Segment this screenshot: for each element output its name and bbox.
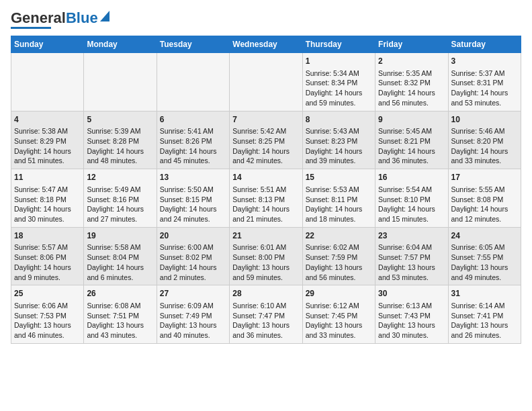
day-info: Sunrise: 6:14 AM Sunset: 7:41 PM Dayligh… [451, 301, 518, 340]
week-row-4: 18Sunrise: 5:57 AM Sunset: 8:06 PM Dayli… [11, 227, 521, 285]
day-number: 11 [14, 172, 81, 183]
calendar-cell: 25Sunrise: 6:06 AM Sunset: 7:53 PM Dayli… [11, 285, 84, 344]
day-info: Sunrise: 5:38 AM Sunset: 8:29 PM Dayligh… [14, 126, 81, 166]
day-number: 23 [378, 230, 445, 242]
day-info: Sunrise: 6:10 AM Sunset: 7:47 PM Dayligh… [232, 301, 299, 340]
calendar-cell: 12Sunrise: 5:49 AM Sunset: 8:16 PM Dayli… [84, 169, 157, 228]
week-row-3: 11Sunrise: 5:47 AM Sunset: 8:18 PM Dayli… [11, 169, 521, 228]
day-number: 8 [306, 114, 372, 126]
day-number: 31 [451, 288, 518, 300]
calendar-cell: 27Sunrise: 6:09 AM Sunset: 7:49 PM Dayli… [157, 285, 229, 344]
header-cell-saturday: Saturday [448, 36, 521, 53]
day-number: 19 [87, 230, 153, 242]
calendar-cell [84, 53, 157, 111]
week-row-2: 4Sunrise: 5:38 AM Sunset: 8:29 PM Daylig… [11, 111, 521, 169]
logo-text: GeneralBlue [11, 11, 98, 26]
calendar-cell: 15Sunrise: 5:53 AM Sunset: 8:11 PM Dayli… [302, 169, 375, 228]
calendar-cell: 28Sunrise: 6:10 AM Sunset: 7:47 PM Dayli… [230, 285, 302, 344]
day-info: Sunrise: 5:43 AM Sunset: 8:23 PM Dayligh… [306, 126, 372, 166]
day-info: Sunrise: 6:00 AM Sunset: 8:02 PM Dayligh… [160, 242, 226, 282]
header-cell-tuesday: Tuesday [157, 36, 229, 53]
day-info: Sunrise: 5:51 AM Sunset: 8:13 PM Dayligh… [232, 185, 299, 224]
day-number: 20 [160, 230, 226, 242]
logo: GeneralBlue [11, 11, 109, 29]
header-cell-wednesday: Wednesday [230, 36, 302, 53]
day-info: Sunrise: 5:42 AM Sunset: 8:25 PM Dayligh… [232, 126, 299, 166]
day-number: 17 [451, 172, 518, 183]
day-number: 2 [378, 56, 445, 67]
day-info: Sunrise: 5:49 AM Sunset: 8:16 PM Dayligh… [87, 185, 153, 224]
calendar-cell: 24Sunrise: 6:05 AM Sunset: 7:55 PM Dayli… [448, 227, 521, 285]
calendar-cell: 29Sunrise: 6:12 AM Sunset: 7:45 PM Dayli… [302, 285, 375, 344]
calendar-cell: 16Sunrise: 5:54 AM Sunset: 8:10 PM Dayli… [375, 169, 448, 228]
calendar-cell: 19Sunrise: 5:58 AM Sunset: 8:04 PM Dayli… [84, 227, 157, 285]
day-info: Sunrise: 5:54 AM Sunset: 8:10 PM Dayligh… [378, 185, 445, 224]
svg-marker-0 [100, 11, 109, 21]
day-info: Sunrise: 5:35 AM Sunset: 8:32 PM Dayligh… [378, 68, 445, 108]
day-info: Sunrise: 5:53 AM Sunset: 8:11 PM Dayligh… [306, 185, 372, 224]
day-info: Sunrise: 5:37 AM Sunset: 8:31 PM Dayligh… [451, 68, 518, 108]
calendar-cell: 9Sunrise: 5:45 AM Sunset: 8:21 PM Daylig… [375, 111, 448, 169]
calendar-cell: 14Sunrise: 5:51 AM Sunset: 8:13 PM Dayli… [230, 169, 302, 228]
calendar-cell [230, 53, 302, 111]
day-info: Sunrise: 6:12 AM Sunset: 7:45 PM Dayligh… [306, 301, 372, 340]
day-number: 10 [451, 114, 518, 126]
header-cell-monday: Monday [84, 36, 157, 53]
calendar-cell: 22Sunrise: 6:02 AM Sunset: 7:59 PM Dayli… [302, 227, 375, 285]
logo-underline [11, 27, 51, 29]
day-number: 14 [232, 172, 299, 183]
calendar-cell: 20Sunrise: 6:00 AM Sunset: 8:02 PM Dayli… [157, 227, 229, 285]
calendar-cell [11, 53, 84, 111]
day-number: 26 [87, 288, 153, 300]
calendar-cell: 17Sunrise: 5:55 AM Sunset: 8:08 PM Dayli… [448, 169, 521, 228]
day-info: Sunrise: 5:34 AM Sunset: 8:34 PM Dayligh… [306, 68, 372, 108]
day-number: 6 [160, 114, 226, 126]
day-number: 15 [306, 172, 372, 183]
header-cell-friday: Friday [375, 36, 448, 53]
day-info: Sunrise: 5:57 AM Sunset: 8:06 PM Dayligh… [14, 242, 81, 282]
day-info: Sunrise: 5:50 AM Sunset: 8:15 PM Dayligh… [160, 185, 226, 224]
day-info: Sunrise: 6:06 AM Sunset: 7:53 PM Dayligh… [14, 301, 81, 340]
header-cell-sunday: Sunday [11, 36, 84, 53]
week-row-5: 25Sunrise: 6:06 AM Sunset: 7:53 PM Dayli… [11, 285, 521, 344]
calendar-cell: 10Sunrise: 5:46 AM Sunset: 8:20 PM Dayli… [448, 111, 521, 169]
calendar-cell: 8Sunrise: 5:43 AM Sunset: 8:23 PM Daylig… [302, 111, 375, 169]
day-info: Sunrise: 5:55 AM Sunset: 8:08 PM Dayligh… [451, 185, 518, 224]
day-number: 24 [451, 230, 518, 242]
calendar-cell: 1Sunrise: 5:34 AM Sunset: 8:34 PM Daylig… [302, 53, 375, 111]
calendar-cell: 23Sunrise: 6:04 AM Sunset: 7:57 PM Dayli… [375, 227, 448, 285]
day-number: 28 [232, 288, 299, 300]
day-number: 27 [160, 288, 226, 300]
calendar-table: SundayMondayTuesdayWednesdayThursdayFrid… [11, 36, 521, 344]
calendar-cell: 2Sunrise: 5:35 AM Sunset: 8:32 PM Daylig… [375, 53, 448, 111]
calendar-cell: 21Sunrise: 6:01 AM Sunset: 8:00 PM Dayli… [230, 227, 302, 285]
calendar-cell: 26Sunrise: 6:08 AM Sunset: 7:51 PM Dayli… [84, 285, 157, 344]
day-info: Sunrise: 6:02 AM Sunset: 7:59 PM Dayligh… [306, 242, 372, 282]
calendar-cell: 7Sunrise: 5:42 AM Sunset: 8:25 PM Daylig… [230, 111, 302, 169]
day-info: Sunrise: 5:47 AM Sunset: 8:18 PM Dayligh… [14, 185, 81, 224]
logo-triangle-icon [100, 11, 109, 24]
day-number: 9 [378, 114, 445, 126]
day-info: Sunrise: 5:46 AM Sunset: 8:20 PM Dayligh… [451, 126, 518, 166]
calendar-cell: 6Sunrise: 5:41 AM Sunset: 8:26 PM Daylig… [157, 111, 229, 169]
day-info: Sunrise: 5:39 AM Sunset: 8:28 PM Dayligh… [87, 126, 153, 166]
day-number: 7 [232, 114, 299, 126]
day-number: 22 [306, 230, 372, 242]
calendar-cell: 4Sunrise: 5:38 AM Sunset: 8:29 PM Daylig… [11, 111, 84, 169]
page-header: GeneralBlue [11, 11, 521, 29]
calendar-cell: 30Sunrise: 6:13 AM Sunset: 7:43 PM Dayli… [375, 285, 448, 344]
day-number: 25 [14, 288, 81, 300]
day-number: 16 [378, 172, 445, 183]
day-info: Sunrise: 6:01 AM Sunset: 8:00 PM Dayligh… [232, 242, 299, 282]
calendar-cell: 3Sunrise: 5:37 AM Sunset: 8:31 PM Daylig… [448, 53, 521, 111]
day-number: 30 [378, 288, 445, 300]
day-number: 5 [87, 114, 153, 126]
calendar-cell: 13Sunrise: 5:50 AM Sunset: 8:15 PM Dayli… [157, 169, 229, 228]
day-number: 3 [451, 56, 518, 67]
day-number: 12 [87, 172, 153, 183]
day-info: Sunrise: 6:08 AM Sunset: 7:51 PM Dayligh… [87, 301, 153, 340]
day-number: 18 [14, 230, 81, 242]
day-number: 4 [14, 114, 81, 126]
week-row-1: 1Sunrise: 5:34 AM Sunset: 8:34 PM Daylig… [11, 53, 521, 111]
calendar-cell: 11Sunrise: 5:47 AM Sunset: 8:18 PM Dayli… [11, 169, 84, 228]
